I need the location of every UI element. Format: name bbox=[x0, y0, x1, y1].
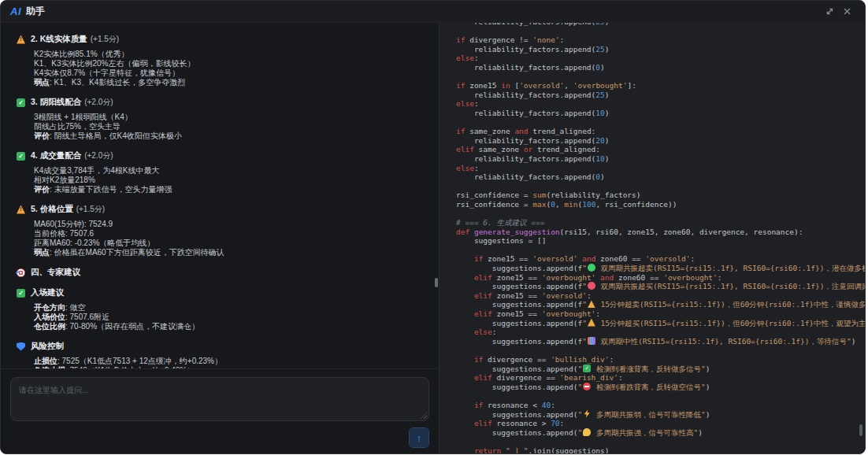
message-line: 弱点: 价格虽在MA60下方但距离较近，下跌空间待确认 bbox=[17, 248, 425, 257]
message-line: 阴线占比75%，空头主导 bbox=[17, 122, 425, 131]
message-line: 评价: 末端放量下跌信号，空头力量增强 bbox=[17, 185, 425, 194]
code-line: reliability_factors.append(0) bbox=[456, 63, 857, 72]
code-line: suggestions.append(" 多周期共振强，信号可靠性高") bbox=[456, 428, 857, 438]
message-line: 仓位比例: 70-80%（因存在弱点，不建议满仓） bbox=[17, 322, 425, 331]
code-line: def generate_suggestion(rsi15, rsi60, zo… bbox=[456, 228, 857, 237]
code-line: if same_zone and trend_aligned: bbox=[456, 127, 857, 136]
section-title: 2. K线实体质量 bbox=[31, 34, 87, 45]
code-line bbox=[456, 246, 857, 255]
section-title: 四、专家建议 bbox=[31, 267, 80, 278]
code-line: suggestions.append(" 检测到看涨背离，反转做多信号") bbox=[456, 364, 857, 374]
message-line: 开仓方向: 做空 bbox=[17, 303, 425, 313]
code-line: reliability_factors.append(20) bbox=[456, 136, 857, 146]
code-line: suggestions.append(f" 15分钟超买(RSI15={rsi1… bbox=[456, 319, 857, 328]
code-line: elif same_zone or trend_aligned: bbox=[456, 145, 857, 154]
code-line: reliability_factors.append(0) bbox=[456, 172, 857, 182]
code-line: suggestions.append(f" 双周期中性(RSI15={rsi15… bbox=[456, 337, 857, 346]
chat-scrollbar-thumb[interactable] bbox=[435, 278, 438, 287]
chat-section: 3. 阴阳线配合(+2.0分)3根阴线 + 1根弱阳线（K4）阴线占比75%，空… bbox=[17, 97, 425, 141]
shield-icon bbox=[17, 342, 25, 351]
code-line: if zone15 == 'oversold' and zone60 == 'o… bbox=[456, 254, 857, 264]
code-line: if divergence == 'bullish_div': bbox=[456, 355, 857, 364]
code-scrollbar-thumb[interactable] bbox=[859, 424, 862, 436]
code-line: else: bbox=[456, 164, 857, 173]
code-line: reliability_factors.append(25) bbox=[456, 91, 857, 100]
code-line: rsi_confidence = sum(reliability_factors… bbox=[456, 191, 857, 200]
muscle-icon bbox=[583, 428, 591, 436]
section-heading: 四、专家建议 bbox=[17, 267, 425, 278]
message-line: 入场价位: 7507.6附近 bbox=[17, 313, 425, 322]
message-line: 距离MA60: -0.23%（略低于均线） bbox=[17, 239, 425, 248]
section-heading: 5. 价格位置(+1.5分) bbox=[17, 204, 425, 215]
code-line bbox=[456, 72, 857, 82]
section-heading: 3. 阴阳线配合(+2.0分) bbox=[17, 97, 425, 108]
chat-messages: 2. K线实体质量(+1.5分)K2实体比例85.1%（优秀）K1、K3实体比例… bbox=[1, 23, 439, 368]
chat-section: 2. K线实体质量(+1.5分)K2实体比例85.1%（优秀）K1、K3实体比例… bbox=[17, 34, 425, 87]
code-line: suggestions.append(f" 双周期共振超卖(RSI15={rsi… bbox=[456, 264, 857, 273]
code-content: reliability_factors.append(25) if diverg… bbox=[440, 23, 857, 453]
question-input[interactable] bbox=[10, 377, 429, 421]
code-line: reliability_factors.append(10) bbox=[456, 154, 857, 164]
title-bar: AI 助手 bbox=[1, 1, 865, 23]
message-line: K1、K3实体比例20%左右（偏弱，影线较长） bbox=[17, 59, 425, 68]
section-title: 4. 成交量配合 bbox=[31, 150, 81, 161]
message-line: 弱点: K1、K3、K4影线过长，多空争夺激烈 bbox=[17, 78, 425, 87]
section-heading: 4. 成交量配合(+2.0分) bbox=[17, 150, 425, 161]
tri-warn-icon bbox=[588, 300, 595, 308]
section-heading: 入场建议 bbox=[17, 287, 425, 298]
code-panel: reliability_factors.append(25) if diverg… bbox=[439, 23, 865, 453]
code-line: suggestions.append(f" 15分钟超卖(RSI15={rsi1… bbox=[456, 300, 857, 309]
code-line: # === 6. 生成建议 === bbox=[456, 218, 857, 228]
message-line: K4成交量3,784手，为4根K线中最大 bbox=[17, 166, 425, 176]
code-line: suggestions.append(f" 双周期共振超买(RSI15={rsi… bbox=[456, 282, 857, 291]
message-line: K2实体比例85.1%（优秀） bbox=[17, 50, 425, 59]
chat-section: 入场建议开仓方向: 做空入场价位: 7507.6附近仓位比例: 70-80%（因… bbox=[17, 287, 425, 331]
section-score: (+1.5分) bbox=[76, 204, 105, 215]
code-line bbox=[456, 391, 857, 401]
code-line bbox=[456, 118, 857, 128]
code-line bbox=[456, 437, 857, 446]
code-line: elif resonance > 70: bbox=[456, 419, 857, 428]
code-line: if zone15 in ['oversold', 'overbought']: bbox=[456, 81, 857, 91]
code-line: else: bbox=[456, 54, 857, 63]
tri-warn-icon bbox=[588, 319, 595, 327]
no-entry-icon bbox=[583, 383, 591, 390]
dot-green-icon bbox=[588, 264, 595, 272]
check-green-icon bbox=[583, 364, 591, 372]
section-heading: 2. K线实体质量(+1.5分) bbox=[17, 34, 425, 45]
close-icon[interactable] bbox=[838, 3, 855, 20]
check-icon bbox=[17, 289, 25, 298]
warn-icon bbox=[17, 35, 25, 44]
chat-section: 5. 价格位置(+1.5分)MA60(15分钟): 7524.9当前价格: 75… bbox=[17, 204, 425, 257]
chat-panel: 2. K线实体质量(+1.5分)K2实体比例85.1%（优秀）K1、K3实体比例… bbox=[1, 23, 439, 453]
code-line: elif zone15 == 'oversold': bbox=[456, 291, 857, 301]
app-title: 助手 bbox=[26, 5, 45, 18]
app-logo: AI bbox=[10, 6, 21, 17]
expand-icon[interactable] bbox=[821, 3, 838, 20]
section-title: 入场建议 bbox=[31, 287, 64, 298]
message-line: K4实体仅8.7%（十字星特征，犹豫信号） bbox=[17, 68, 425, 78]
code-line bbox=[456, 27, 857, 36]
code-line: suggestions.append(" 检测到看跌背离，反转做空信号") bbox=[456, 383, 857, 392]
code-line: rsi_confidence = max(0, min(100, rsi_con… bbox=[456, 200, 857, 209]
code-line: suggestions = [] bbox=[456, 236, 857, 246]
warn-icon bbox=[17, 205, 25, 214]
message-line: 止损位: 7525（K1低点7513 + 12点缓冲，约+0.23%） bbox=[17, 357, 425, 366]
code-line: else: bbox=[456, 327, 857, 337]
chat-section: 风险控制止损位: 7525（K1低点7513 + 12点缓冲，约+0.23%）备… bbox=[17, 341, 425, 368]
code-line: suggestions.append(" 多周期共振弱，信号可靠性降低") bbox=[456, 410, 857, 420]
section-heading: 风险控制 bbox=[17, 341, 425, 352]
message-line: MA60(15分钟): 7524.9 bbox=[17, 220, 425, 229]
check-icon bbox=[17, 98, 25, 107]
chat-section: 4. 成交量配合(+2.0分)K4成交量3,784手，为4根K线中最大相对K2放… bbox=[17, 150, 425, 194]
section-title: 3. 阴阳线配合 bbox=[31, 97, 81, 108]
code-line: reliability_factors.append(25) bbox=[456, 45, 857, 54]
send-button[interactable]: ↑ bbox=[409, 427, 429, 448]
code-line: else: bbox=[456, 99, 857, 109]
chat-section: 四、专家建议 bbox=[17, 267, 425, 278]
message-line: 3根阴线 + 1根弱阳线（K4） bbox=[17, 113, 425, 122]
code-line bbox=[456, 346, 857, 355]
section-score: (+2.0分) bbox=[84, 97, 113, 108]
code-line: if divergence != 'none': bbox=[456, 35, 857, 45]
target-icon bbox=[17, 268, 25, 277]
